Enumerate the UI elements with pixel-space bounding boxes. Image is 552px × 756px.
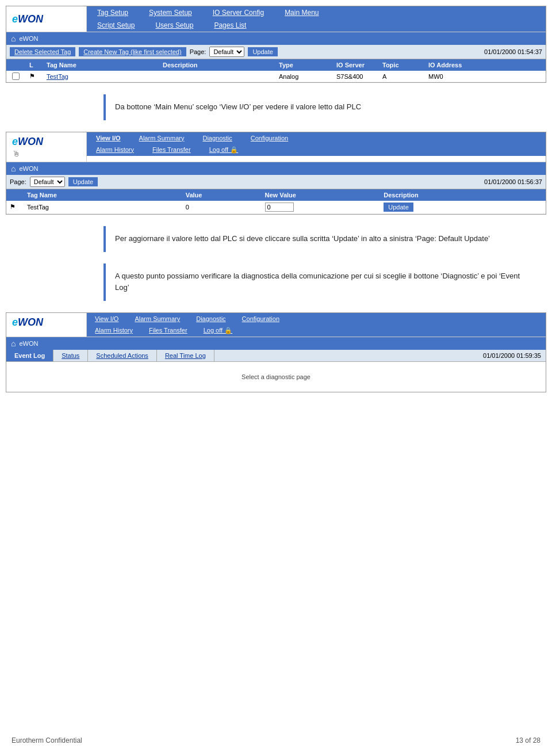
tag-table-header: L Tag Name Description Type IO Server To… — [6, 59, 546, 71]
description-text-2: Per aggiornare il valore letto dal PLC s… — [115, 233, 526, 245]
page-footer: Eurotherm Confidential 13 of 28 — [0, 736, 552, 744]
page-select[interactable]: Default — [209, 47, 244, 57]
diag-home-icon[interactable]: ⌂ — [11, 339, 16, 348]
footer-left: Eurotherm Confidential — [12, 736, 82, 744]
table-row: ⚑ TestTag Analog S7S&400 A MW0 — [6, 71, 546, 82]
diag-tab-event-log[interactable]: Event Log — [6, 350, 53, 361]
diag-logo-o: O — [28, 316, 36, 328]
col-checkbox — [10, 62, 27, 68]
home-icon[interactable]: ⌂ — [11, 34, 16, 43]
vio-page-select[interactable]: Default — [30, 177, 65, 187]
logo-w: W — [18, 13, 28, 25]
vio-row-new-value[interactable] — [265, 203, 384, 212]
new-value-input[interactable] — [265, 203, 294, 212]
diag-logo-text: eWON — [12, 316, 43, 329]
vio-col-value: Value — [186, 192, 265, 198]
row-io-server: S7S&400 — [334, 73, 380, 80]
nav-system-setup[interactable]: System Setup — [139, 6, 202, 19]
logo-text: eWON — [12, 13, 43, 25]
vio-nav-view-io[interactable]: View I/O — [87, 132, 130, 144]
vio-nav-alarm-summary[interactable]: Alarm Summary — [130, 132, 194, 144]
row-topic: A — [380, 73, 426, 80]
diag-logo-n: N — [36, 316, 43, 328]
diag-content-text: Select a diagnostic page — [241, 373, 310, 380]
delete-tag-button[interactable]: Delete Selected Tag — [10, 47, 75, 56]
diag-logo-w: W — [18, 316, 28, 328]
view-io-logo-text: eWON — [12, 136, 43, 148]
vio-nav-files-transfer[interactable]: Files Transfer — [143, 144, 200, 156]
home-bar: ⌂ eWON — [6, 32, 546, 45]
vio-update-button[interactable]: Update — [68, 177, 98, 186]
vio-home-icon[interactable]: ⌂ — [11, 164, 16, 173]
diag-nav-diagnostic[interactable]: Diagnostic — [188, 313, 233, 324]
create-tag-button[interactable]: Create New Tag (like first selected) — [79, 47, 186, 56]
footer-right: 13 of 28 — [516, 736, 540, 744]
diag-nav-alarm-history[interactable]: Alarm History — [87, 324, 141, 337]
diag-nav-row-1: View I/O Alarm Summary Diagnostic Config… — [87, 313, 546, 324]
nav-tag-setup[interactable]: Tag Setup — [87, 6, 139, 19]
row-tag-name: TestTag — [44, 73, 160, 80]
vio-row-update-button[interactable]: Update — [384, 203, 413, 212]
diag-nav-row-2: Alarm History Files Transfer Log off 🔒 — [87, 324, 546, 337]
description-text-3: A questo punto possiamo verificare la di… — [115, 270, 526, 295]
vio-row-value: 0 — [186, 204, 265, 211]
nav-row-1: Tag Setup System Setup IO Server Config … — [87, 6, 546, 19]
diag-nav-view-io[interactable]: View I/O — [87, 313, 126, 324]
vio-row-update[interactable]: Update — [384, 203, 542, 212]
nav-users-setup[interactable]: Users Setup — [145, 19, 204, 32]
col-io-address: IO Address — [426, 62, 542, 68]
nav-io-server-config[interactable]: IO Server Config — [202, 6, 274, 19]
diag-tab-real-time-log[interactable]: Real Time Log — [157, 350, 214, 361]
top-ewon-interface: eWON Tag Setup System Setup IO Server Co… — [6, 6, 546, 83]
col-tag-name: Tag Name — [44, 62, 160, 68]
checkbox-input[interactable] — [12, 72, 20, 80]
row-icon: ⚑ — [27, 72, 44, 80]
update-button[interactable]: Update — [248, 47, 277, 56]
diag-nav-log-off[interactable]: Log off 🔒 — [195, 324, 241, 337]
nav-main-menu[interactable]: Main Menu — [274, 6, 329, 19]
nav-pages-list[interactable]: Pages List — [204, 19, 256, 32]
vio-nav-row-2: Alarm History Files Transfer Log off 🔒 — [87, 144, 546, 156]
diag-time: 01/01/2000 01:59:35 — [478, 350, 546, 361]
vio-time: 01/01/2000 01:56:37 — [484, 178, 542, 185]
vio-table-row: ⚑ TestTag 0 Update — [6, 201, 546, 214]
diag-nav-alarm-summary[interactable]: Alarm Summary — [126, 313, 188, 324]
logo-n: N — [36, 13, 43, 25]
vio-home-bar: ⌂ eWON — [6, 162, 546, 175]
vio-row-tag-name: TestTag — [27, 204, 186, 211]
row-checkbox[interactable] — [10, 72, 27, 80]
diag-tab-status[interactable]: Status — [53, 350, 88, 361]
vio-col-tag-name: Tag Name — [27, 192, 186, 198]
vio-nav-alarm-history[interactable]: Alarm History — [87, 144, 143, 156]
diag-logo: eWON — [6, 313, 87, 337]
col-io-server: IO Server — [334, 62, 380, 68]
description-box-2: Per aggiornare il valore letto dal PLC s… — [103, 226, 535, 252]
col-topic: Topic — [380, 62, 426, 68]
view-io-header: eWON 🖱 View I/O Alarm Summary Diagnostic… — [6, 132, 546, 162]
diagnostic-interface: eWON View I/O Alarm Summary Diagnostic C… — [6, 312, 546, 392]
diag-nav-configuration[interactable]: Configuration — [234, 313, 288, 324]
nav-script-setup[interactable]: Script Setup — [87, 19, 145, 32]
vio-logo-n: N — [36, 136, 43, 147]
ewon-logo: eWON — [6, 6, 87, 32]
diag-tab-scheduled-actions[interactable]: Scheduled Actions — [88, 350, 157, 361]
vio-col-icon — [10, 192, 27, 198]
row-type: Analog — [277, 73, 334, 80]
vio-logo-w: W — [18, 136, 28, 147]
diag-tab-toolbar: Event Log Status Scheduled Actions Real … — [6, 350, 546, 362]
diag-nav: View I/O Alarm Summary Diagnostic Config… — [87, 313, 546, 337]
vio-nav-configuration[interactable]: Configuration — [241, 132, 297, 144]
diag-home-label: eWON — [19, 340, 38, 347]
ewon-home-label: eWON — [19, 35, 38, 42]
vio-col-new-value: New Value — [265, 192, 384, 198]
vio-logo-e: e — [12, 136, 18, 147]
vio-toolbar: Page: Default Update 01/01/2000 01:56:37 — [6, 175, 546, 189]
logo-o: O — [28, 13, 36, 25]
vio-nav-log-off[interactable]: Log off 🔒 — [200, 144, 248, 156]
view-io-logo: eWON 🖱 — [6, 132, 87, 162]
top-nav: Tag Setup System Setup IO Server Config … — [87, 6, 546, 32]
vio-nav-diagnostic[interactable]: Diagnostic — [193, 132, 241, 144]
diag-header: eWON View I/O Alarm Summary Diagnostic C… — [6, 313, 546, 337]
logo-e: e — [12, 13, 18, 25]
diag-nav-files-transfer[interactable]: Files Transfer — [141, 324, 195, 337]
